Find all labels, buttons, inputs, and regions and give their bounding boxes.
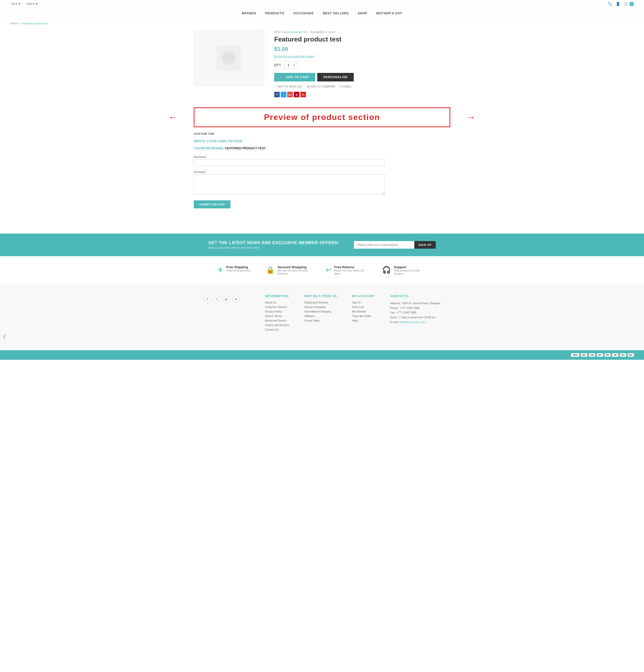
footer-email-link[interactable]: info@mydomain.com xyxy=(399,321,425,324)
submit-review-button[interactable]: SUBMIT REVIEW xyxy=(194,200,231,208)
footer-link-signin[interactable]: Sign In xyxy=(352,301,375,304)
add-to-cart-label: ADD TO CART xyxy=(286,75,309,79)
nav-shop[interactable]: SHOP xyxy=(358,12,367,15)
add-to-compare-label: ADD TO COMPARE xyxy=(311,85,335,88)
left-nav-arrow[interactable]: ❮ xyxy=(2,333,7,339)
sku-availability: SKU: Featured product test Availability:… xyxy=(274,31,450,34)
feature-returns-desc: Return for free within 30 days xyxy=(334,269,367,275)
qty-down[interactable]: ▼ xyxy=(293,65,296,67)
preview-text: Preview of product section xyxy=(264,112,380,122)
footer-googleplus-icon[interactable]: g+ xyxy=(223,296,230,303)
feature-support-desc: Effectiveand Friendly Support xyxy=(394,269,427,275)
product-image xyxy=(194,31,264,86)
footer: f t g+ ✉ INFORMATION About Us Customer S… xyxy=(0,284,644,350)
compare-icon: ⊞ xyxy=(307,85,309,88)
feature-shipping-title: Free Shipping xyxy=(226,265,250,269)
footer-link-secure[interactable]: Secure Shopping xyxy=(304,305,337,309)
footer-link-group[interactable]: Group Sales xyxy=(304,319,337,322)
facebook-icon[interactable]: f xyxy=(274,92,280,97)
sku-value[interactable]: Featured product test xyxy=(281,31,308,34)
feature-security-desc: We use the best security features xyxy=(278,269,311,275)
newsletter-email-input[interactable] xyxy=(354,241,414,249)
qty-arrows: ▲ ▼ xyxy=(293,63,296,67)
summary-textarea[interactable] xyxy=(194,175,385,195)
payment-visa: VISA xyxy=(571,353,579,357)
payment-bc: BC xyxy=(628,353,634,357)
breadcrumb-home[interactable]: Home xyxy=(10,22,17,25)
returns-icon: ↩ xyxy=(326,266,331,274)
footer-link-wishlist[interactable]: My Wishlist xyxy=(352,310,375,313)
pinterest-icon[interactable]: p xyxy=(294,92,300,97)
nav-bestsellers[interactable]: BEST SELLERS xyxy=(323,12,349,15)
footer-link-viewcart[interactable]: View Cart xyxy=(352,305,375,309)
linkedin-icon[interactable]: in xyxy=(300,92,306,97)
nav-products[interactable]: PRODUCTS xyxy=(266,12,284,15)
qty-input-wrap: ▲ ▼ xyxy=(284,61,298,69)
reviewing-prefix: YOU'RE REVIEWING: xyxy=(194,146,224,150)
product-title: Featured product test xyxy=(274,35,450,43)
footer-link-customer[interactable]: Customer Service xyxy=(265,305,289,309)
newsletter-signup-button[interactable]: SIGN UP xyxy=(414,241,435,249)
footer-link-intl[interactable]: International Shipping xyxy=(304,310,337,313)
nickname-input[interactable] xyxy=(194,159,385,166)
footer-col-contacts: CONTACTS Address: 7583 St. Vicent Place,… xyxy=(390,295,440,333)
nav-brands[interactable]: BRANDS xyxy=(242,12,256,15)
add-to-wishlist[interactable]: ♡ ADD TO WISH LIST xyxy=(274,85,303,88)
payment-ap: AP xyxy=(612,353,618,357)
footer-col-information: INFORMATION About Us Customer Service Pr… xyxy=(265,295,289,333)
footer-link-contact[interactable]: Contact Us xyxy=(265,328,289,331)
footer-link-trackorder[interactable]: Track My Order xyxy=(352,314,375,317)
custom-tab-label[interactable]: CUSTOM TAB xyxy=(194,132,450,135)
user-icon[interactable]: 👤 xyxy=(616,2,620,6)
product-price: $1.00 xyxy=(274,46,450,52)
footer-twitter-icon[interactable]: t xyxy=(213,296,221,303)
first-review-link[interactable]: Be the first to review this product xyxy=(274,55,450,58)
footer-link-advanced[interactable]: Advanced Search xyxy=(265,319,289,322)
footer-bottom: VISA MC AE DC PP AP GC BC xyxy=(0,350,644,360)
footer-facebook-icon[interactable]: f xyxy=(203,296,211,303)
top-bar-left: US ▾ USD ▾ xyxy=(10,2,39,5)
action-buttons: 🛒 ADD TO CART PERSONALISE xyxy=(274,73,450,82)
personalise-button[interactable]: PERSONALISE xyxy=(317,73,354,82)
email-action[interactable]: ✉ EMAIL xyxy=(340,85,351,88)
footer-link-help[interactable]: Help xyxy=(352,319,375,322)
feature-returns-text: Free Returns Return for free within 30 d… xyxy=(334,265,367,275)
payment-dc: DC xyxy=(597,353,603,357)
search-icon[interactable]: 🔍 xyxy=(608,2,612,6)
qty-input[interactable] xyxy=(284,63,293,67)
currency-select[interactable]: USD ▾ xyxy=(25,2,39,5)
add-to-wishlist-label: ADD TO WISH LIST xyxy=(278,85,303,88)
newsletter-bar: GET THE LATEST NEWS AND EXCLUSIVE MEMBER… xyxy=(0,233,644,256)
googleplus-icon[interactable]: g+ xyxy=(287,92,293,97)
footer-link-affiliates[interactable]: Affiliates xyxy=(304,314,337,317)
payment-ae: AE xyxy=(589,353,595,357)
qty-label: QTY xyxy=(274,63,281,67)
newsletter-subtitle: Sign up and save 10% on your first order… xyxy=(208,246,339,249)
nav-mothers-day[interactable]: MOTHER'S DAY xyxy=(376,12,402,15)
preview-arrow-right: → xyxy=(466,112,476,122)
main-nav: BRANDS PRODUCTS OCCASIONS BEST SELLERS S… xyxy=(0,8,644,19)
footer-link-orders[interactable]: Orders and Returns xyxy=(265,324,289,327)
twitter-icon[interactable]: t xyxy=(281,92,286,97)
product-details: SKU: Featured product test Availability:… xyxy=(274,31,450,100)
footer-email-icon[interactable]: ✉ xyxy=(232,296,240,303)
footer-link-about[interactable]: About Us xyxy=(265,301,289,304)
breadcrumb: Home / Featured product test xyxy=(0,19,644,28)
summary-group: Summary* xyxy=(194,170,450,195)
social-icons: f t g+ p in xyxy=(274,92,450,97)
add-to-compare[interactable]: ⊞ ADD TO COMPARE xyxy=(307,85,335,88)
locale-select[interactable]: US ▾ xyxy=(10,2,21,5)
add-to-cart-button[interactable]: 🛒 ADD TO CART xyxy=(274,73,315,82)
cart-icon[interactable]: 🛒 0 xyxy=(624,1,634,6)
cart-icon-btn: 🛒 xyxy=(280,75,284,79)
footer-link-privacy[interactable]: Privacy Policy xyxy=(265,310,289,313)
email-label: EMAIL xyxy=(343,85,351,88)
features-bar: ✈ Free Shipping Free on all products 🔒 S… xyxy=(0,256,644,284)
nickname-group: Nickname* xyxy=(194,155,450,166)
footer-link-shipping[interactable]: Shipping & Returns xyxy=(304,301,337,304)
top-bar: US ▾ USD ▾ 🔍 👤 🛒 0 xyxy=(0,0,644,8)
nav-occasions[interactable]: OCCASIONS xyxy=(293,12,314,15)
feature-support: 🎧 Support Effectiveand Friendly Support xyxy=(382,265,427,275)
feature-shipping-text: Free Shipping Free on all products xyxy=(226,265,250,272)
footer-link-search[interactable]: Search Terms xyxy=(265,314,289,317)
